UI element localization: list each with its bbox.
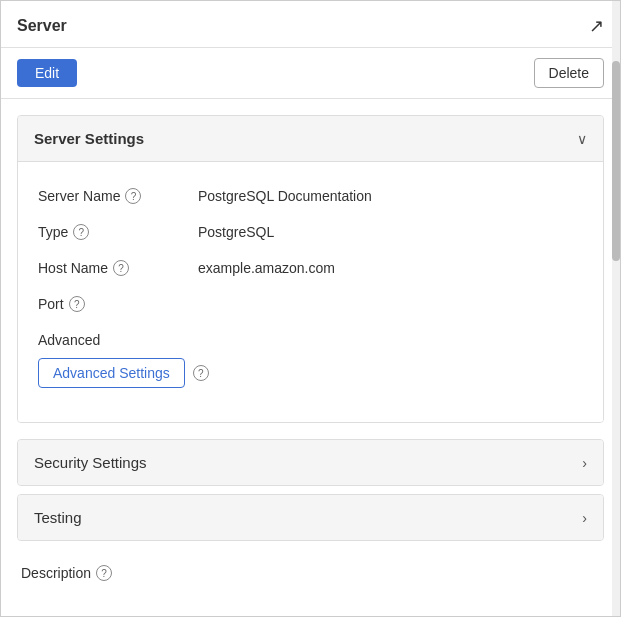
server-settings-title: Server Settings <box>34 130 144 147</box>
server-settings-header[interactable]: Server Settings ∨ <box>18 116 603 162</box>
type-value: PostgreSQL <box>198 224 274 240</box>
server-name-help-icon[interactable]: ? <box>125 188 141 204</box>
security-settings-title: Security Settings <box>34 454 147 471</box>
server-settings-body: Server Name ? PostgreSQL Documentation T… <box>18 162 603 422</box>
server-panel: Server ↗ Edit Delete Server Settings ∨ S… <box>0 0 621 617</box>
host-name-row: Host Name ? example.amazon.com <box>38 250 583 286</box>
scrollbar-track <box>612 1 620 616</box>
host-name-help-icon[interactable]: ? <box>113 260 129 276</box>
panel-header: Server ↗ <box>1 1 620 48</box>
edit-button[interactable]: Edit <box>17 59 77 87</box>
panel-body: Server Settings ∨ Server Name ? PostgreS… <box>1 99 620 616</box>
security-settings-section: Security Settings › <box>17 439 604 486</box>
delete-button[interactable]: Delete <box>534 58 604 88</box>
server-settings-section: Server Settings ∨ Server Name ? PostgreS… <box>17 115 604 423</box>
host-name-value: example.amazon.com <box>198 260 335 276</box>
port-help-icon[interactable]: ? <box>69 296 85 312</box>
description-row: Description ? <box>1 549 620 597</box>
host-name-label: Host Name ? <box>38 260 198 276</box>
type-help-icon[interactable]: ? <box>73 224 89 240</box>
server-name-row: Server Name ? PostgreSQL Documentation <box>38 178 583 214</box>
toolbar: Edit Delete <box>1 48 620 99</box>
panel-title: Server <box>17 17 67 35</box>
testing-header[interactable]: Testing › <box>18 495 603 540</box>
server-settings-chevron-icon: ∨ <box>577 131 587 147</box>
server-name-label: Server Name ? <box>38 188 198 204</box>
security-settings-chevron-icon: › <box>582 455 587 471</box>
testing-section: Testing › <box>17 494 604 541</box>
type-label: Type ? <box>38 224 198 240</box>
scrollbar-thumb[interactable] <box>612 61 620 261</box>
advanced-row: Advanced Advanced Settings ? <box>38 322 583 398</box>
port-row: Port ? <box>38 286 583 322</box>
description-help-icon[interactable]: ? <box>96 565 112 581</box>
advanced-label: Advanced <box>38 332 583 348</box>
port-label: Port ? <box>38 296 198 312</box>
type-row: Type ? PostgreSQL <box>38 214 583 250</box>
description-label: Description <box>21 565 91 581</box>
advanced-settings-button[interactable]: Advanced Settings <box>38 358 185 388</box>
testing-chevron-icon: › <box>582 510 587 526</box>
security-settings-header[interactable]: Security Settings › <box>18 440 603 485</box>
advanced-settings-help-icon[interactable]: ? <box>193 365 209 381</box>
testing-title: Testing <box>34 509 82 526</box>
external-link-icon[interactable]: ↗ <box>589 15 604 37</box>
server-name-value: PostgreSQL Documentation <box>198 188 372 204</box>
